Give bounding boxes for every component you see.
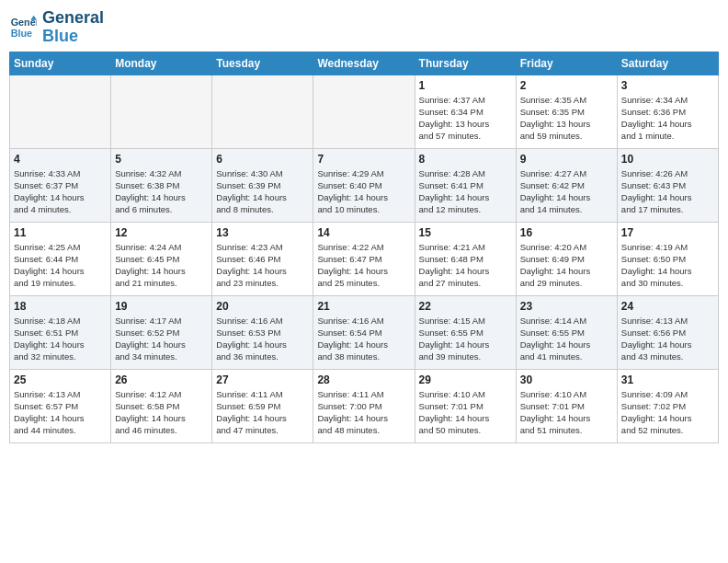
day-number: 16 xyxy=(520,226,613,239)
day-number: 1 xyxy=(419,79,512,92)
day-info: Sunrise: 4:35 AM Sunset: 6:35 PM Dayligh… xyxy=(520,94,613,143)
day-info: Sunrise: 4:26 AM Sunset: 6:43 PM Dayligh… xyxy=(621,167,714,216)
day-number: 12 xyxy=(115,226,208,239)
day-cell: 24Sunrise: 4:13 AM Sunset: 6:56 PM Dayli… xyxy=(617,295,718,369)
day-number: 25 xyxy=(14,373,107,386)
day-info: Sunrise: 4:11 AM Sunset: 6:59 PM Dayligh… xyxy=(216,388,309,437)
day-number: 23 xyxy=(520,300,613,313)
day-cell: 21Sunrise: 4:16 AM Sunset: 6:54 PM Dayli… xyxy=(313,295,415,369)
day-header-wednesday: Wednesday xyxy=(313,52,415,75)
day-info: Sunrise: 4:24 AM Sunset: 6:45 PM Dayligh… xyxy=(115,241,208,290)
day-cell: 8Sunrise: 4:28 AM Sunset: 6:41 PM Daylig… xyxy=(415,148,516,222)
day-info: Sunrise: 4:09 AM Sunset: 7:02 PM Dayligh… xyxy=(621,388,714,437)
day-info: Sunrise: 4:15 AM Sunset: 6:55 PM Dayligh… xyxy=(419,315,512,363)
day-cell: 15Sunrise: 4:21 AM Sunset: 6:48 PM Dayli… xyxy=(415,222,516,295)
day-cell: 3Sunrise: 4:34 AM Sunset: 6:36 PM Daylig… xyxy=(617,75,718,148)
day-cell: 18Sunrise: 4:18 AM Sunset: 6:51 PM Dayli… xyxy=(10,295,111,369)
day-info: Sunrise: 4:12 AM Sunset: 6:58 PM Dayligh… xyxy=(115,388,208,437)
day-info: Sunrise: 4:22 AM Sunset: 6:47 PM Dayligh… xyxy=(317,241,410,290)
day-info: Sunrise: 4:23 AM Sunset: 6:46 PM Dayligh… xyxy=(216,241,309,290)
week-row-5: 25Sunrise: 4:13 AM Sunset: 6:57 PM Dayli… xyxy=(10,369,719,442)
day-cell xyxy=(212,75,313,148)
week-row-3: 11Sunrise: 4:25 AM Sunset: 6:44 PM Dayli… xyxy=(10,222,719,295)
calendar-table: SundayMondayTuesdayWednesdayThursdayFrid… xyxy=(9,52,719,443)
day-cell: 10Sunrise: 4:26 AM Sunset: 6:43 PM Dayli… xyxy=(617,148,718,222)
day-number: 18 xyxy=(14,300,107,313)
day-info: Sunrise: 4:32 AM Sunset: 6:38 PM Dayligh… xyxy=(115,167,208,216)
day-number: 6 xyxy=(216,153,309,166)
day-number: 28 xyxy=(317,373,410,386)
day-number: 9 xyxy=(520,153,613,166)
day-header-sunday: Sunday xyxy=(10,52,111,75)
day-header-friday: Friday xyxy=(516,52,617,75)
day-number: 10 xyxy=(621,153,714,166)
day-cell: 13Sunrise: 4:23 AM Sunset: 6:46 PM Dayli… xyxy=(212,222,313,295)
logo-text-general: General xyxy=(42,9,104,28)
day-info: Sunrise: 4:19 AM Sunset: 6:50 PM Dayligh… xyxy=(621,241,714,290)
day-number: 22 xyxy=(419,300,512,313)
day-info: Sunrise: 4:17 AM Sunset: 6:52 PM Dayligh… xyxy=(115,315,208,363)
day-number: 8 xyxy=(419,153,512,166)
day-cell: 6Sunrise: 4:30 AM Sunset: 6:39 PM Daylig… xyxy=(212,148,313,222)
day-number: 15 xyxy=(419,226,512,239)
day-header-tuesday: Tuesday xyxy=(212,52,313,75)
day-info: Sunrise: 4:37 AM Sunset: 6:34 PM Dayligh… xyxy=(419,94,512,143)
day-cell: 22Sunrise: 4:15 AM Sunset: 6:55 PM Dayli… xyxy=(415,295,516,369)
day-number: 20 xyxy=(216,300,309,313)
day-info: Sunrise: 4:13 AM Sunset: 6:57 PM Dayligh… xyxy=(14,388,107,437)
day-number: 19 xyxy=(115,300,208,313)
day-info: Sunrise: 4:10 AM Sunset: 7:01 PM Dayligh… xyxy=(419,388,512,437)
day-number: 17 xyxy=(621,226,714,239)
day-number: 3 xyxy=(621,79,714,92)
logo-text-blue: Blue xyxy=(42,28,78,46)
day-cell: 25Sunrise: 4:13 AM Sunset: 6:57 PM Dayli… xyxy=(10,369,111,442)
day-number: 4 xyxy=(14,153,107,166)
day-info: Sunrise: 4:28 AM Sunset: 6:41 PM Dayligh… xyxy=(419,167,512,216)
day-cell: 7Sunrise: 4:29 AM Sunset: 6:40 PM Daylig… xyxy=(313,148,415,222)
day-cell: 19Sunrise: 4:17 AM Sunset: 6:52 PM Dayli… xyxy=(111,295,212,369)
day-number: 21 xyxy=(317,300,410,313)
day-cell: 20Sunrise: 4:16 AM Sunset: 6:53 PM Dayli… xyxy=(212,295,313,369)
day-number: 14 xyxy=(317,226,410,239)
day-info: Sunrise: 4:34 AM Sunset: 6:36 PM Dayligh… xyxy=(621,94,714,143)
day-cell: 14Sunrise: 4:22 AM Sunset: 6:47 PM Dayli… xyxy=(313,222,415,295)
day-info: Sunrise: 4:30 AM Sunset: 6:39 PM Dayligh… xyxy=(216,167,309,216)
day-info: Sunrise: 4:10 AM Sunset: 7:01 PM Dayligh… xyxy=(520,388,613,437)
day-info: Sunrise: 4:21 AM Sunset: 6:48 PM Dayligh… xyxy=(419,241,512,290)
day-info: Sunrise: 4:25 AM Sunset: 6:44 PM Dayligh… xyxy=(14,241,107,290)
svg-text:Blue: Blue xyxy=(11,28,32,39)
day-header-thursday: Thursday xyxy=(415,52,516,75)
day-info: Sunrise: 4:13 AM Sunset: 6:56 PM Dayligh… xyxy=(621,315,714,363)
day-info: Sunrise: 4:16 AM Sunset: 6:54 PM Dayligh… xyxy=(317,315,410,363)
day-number: 29 xyxy=(419,373,512,386)
day-number: 5 xyxy=(115,153,208,166)
day-info: Sunrise: 4:33 AM Sunset: 6:37 PM Dayligh… xyxy=(14,167,107,216)
day-cell: 17Sunrise: 4:19 AM Sunset: 6:50 PM Dayli… xyxy=(617,222,718,295)
day-cell: 11Sunrise: 4:25 AM Sunset: 6:44 PM Dayli… xyxy=(10,222,111,295)
week-row-1: 1Sunrise: 4:37 AM Sunset: 6:34 PM Daylig… xyxy=(10,75,719,148)
day-cell xyxy=(111,75,212,148)
day-number: 31 xyxy=(621,373,714,386)
day-cell xyxy=(313,75,415,148)
day-info: Sunrise: 4:18 AM Sunset: 6:51 PM Dayligh… xyxy=(14,315,107,363)
week-row-4: 18Sunrise: 4:18 AM Sunset: 6:51 PM Dayli… xyxy=(10,295,719,369)
day-number: 13 xyxy=(216,226,309,239)
day-cell: 29Sunrise: 4:10 AM Sunset: 7:01 PM Dayli… xyxy=(415,369,516,442)
day-header-saturday: Saturday xyxy=(617,52,718,75)
day-cell: 28Sunrise: 4:11 AM Sunset: 7:00 PM Dayli… xyxy=(313,369,415,442)
day-info: Sunrise: 4:14 AM Sunset: 6:55 PM Dayligh… xyxy=(520,315,613,363)
day-cell: 23Sunrise: 4:14 AM Sunset: 6:55 PM Dayli… xyxy=(516,295,617,369)
day-cell: 27Sunrise: 4:11 AM Sunset: 6:59 PM Dayli… xyxy=(212,369,313,442)
day-info: Sunrise: 4:11 AM Sunset: 7:00 PM Dayligh… xyxy=(317,388,410,437)
day-number: 11 xyxy=(14,226,107,239)
day-cell: 26Sunrise: 4:12 AM Sunset: 6:58 PM Dayli… xyxy=(111,369,212,442)
page-header: General Blue General Blue xyxy=(9,9,719,46)
day-cell: 31Sunrise: 4:09 AM Sunset: 7:02 PM Dayli… xyxy=(617,369,718,442)
day-header-monday: Monday xyxy=(111,52,212,75)
week-row-2: 4Sunrise: 4:33 AM Sunset: 6:37 PM Daylig… xyxy=(10,148,719,222)
logo-icon: General Blue xyxy=(9,14,37,41)
day-number: 26 xyxy=(115,373,208,386)
day-info: Sunrise: 4:16 AM Sunset: 6:53 PM Dayligh… xyxy=(216,315,309,363)
day-info: Sunrise: 4:20 AM Sunset: 6:49 PM Dayligh… xyxy=(520,241,613,290)
day-cell: 2Sunrise: 4:35 AM Sunset: 6:35 PM Daylig… xyxy=(516,75,617,148)
